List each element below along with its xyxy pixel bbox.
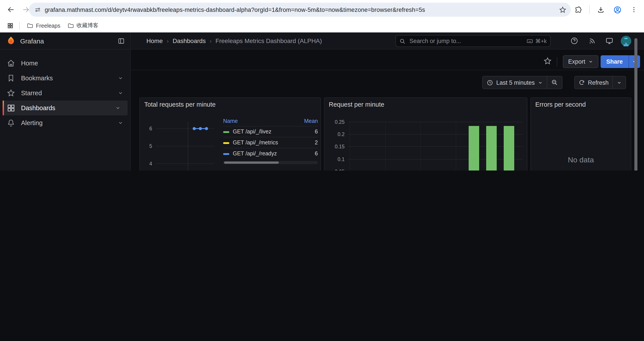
sidebar-item-label: Dashboards [21, 104, 115, 112]
search-icon [400, 38, 406, 44]
panel-title[interactable]: Errors per second [535, 101, 586, 108]
bell-icon [6, 119, 15, 127]
page-scrollbar[interactable] [634, 38, 638, 171]
series-swatch-green[interactable] [223, 131, 229, 133]
share-button-group: Share [600, 55, 640, 68]
sidebar-item-starred[interactable]: Starred [0, 86, 130, 101]
back-icon[interactable] [4, 2, 18, 17]
sidebar-item-label: Bookmarks [21, 75, 118, 82]
zoom-out-button[interactable] [547, 76, 562, 89]
apps-grid-icon[interactable] [4, 20, 16, 31]
sidebar-item-label: Home [21, 60, 130, 67]
legend-col-mean[interactable]: Mean [298, 118, 318, 124]
download-icon[interactable] [593, 2, 608, 17]
chevron-down-icon [538, 80, 543, 85]
breadcrumb-chevron-icon: › [167, 38, 169, 44]
svg-text:0.1: 0.1 [338, 156, 344, 162]
series-swatch-blue[interactable] [223, 153, 229, 155]
user-avatar[interactable] [621, 36, 631, 46]
sidebar-item-dashboards[interactable]: Dashboards [3, 101, 128, 115]
refresh-icon [579, 80, 585, 86]
breadcrumb-home[interactable]: Home [146, 37, 163, 44]
app-header: Grafana Home › Dashboards › Freeleaps Me… [0, 33, 644, 50]
panel-total-requests[interactable]: Total requests per minute 6 5 4 3 2 17:4… [140, 97, 321, 171]
chevron-down-icon[interactable] [118, 90, 123, 96]
legend-row[interactable]: GET /api/_/readyz 6 [223, 148, 318, 159]
bookmark-icon [6, 74, 15, 83]
folder-icon [67, 22, 74, 29]
bookmarks-bar: Freeleaps 收藏博客 [0, 19, 644, 33]
bar-2xx[interactable] [504, 126, 514, 171]
legend-table: Name Mean GET /api/_/livez 6 GET /api/_/… [223, 116, 318, 164]
profile-icon[interactable] [610, 2, 625, 17]
time-range-picker[interactable]: Last 5 minutes [483, 76, 547, 89]
chevron-down-icon[interactable] [115, 105, 120, 111]
time-controls-row: Last 5 minutes Refresh [131, 76, 644, 92]
request-per-minute-chart: 0.25 0.2 0.15 0.1 0.05 0 17:37:00 17:38:… [324, 98, 528, 171]
svg-text:5: 5 [149, 143, 152, 149]
svg-text:4: 4 [149, 161, 152, 167]
brand-label: Grafana [20, 37, 44, 45]
refresh-button[interactable]: Refresh [575, 76, 613, 89]
svg-text:0.25: 0.25 [335, 119, 344, 125]
legend-row[interactable]: GET /api/_/metrics 2 [223, 137, 318, 148]
keyboard-icon [526, 38, 533, 44]
bookmark-folder-blogs[interactable]: 收藏博客 [64, 21, 102, 31]
sidebar-item-label: Alerting [21, 119, 118, 126]
bookmark-label: Freeleaps [36, 23, 60, 29]
search-shortcut: ⌘+k [526, 38, 547, 44]
bookmarks-separator [19, 22, 20, 30]
toolbar-actions [571, 0, 641, 19]
home-icon [6, 59, 15, 68]
chevron-down-icon[interactable] [118, 76, 123, 81]
extensions-icon[interactable] [571, 2, 586, 17]
search-input[interactable] [408, 37, 524, 45]
bar-2xx[interactable] [469, 126, 479, 171]
series-swatch-yellow[interactable] [223, 142, 229, 144]
bookmark-star-icon[interactable] [559, 6, 566, 14]
dashboards-grid-icon [6, 104, 15, 112]
sidebar-item-label: Starred [21, 90, 118, 97]
svg-text:6: 6 [149, 126, 152, 131]
news-rss-icon[interactable] [586, 36, 597, 46]
legend-col-name[interactable]: Name [223, 118, 298, 124]
favorite-star-icon[interactable] [543, 57, 554, 67]
sidebar-toggle-icon[interactable] [118, 37, 125, 45]
folder-icon [27, 22, 33, 29]
menu-kebab-icon[interactable] [626, 2, 641, 17]
sidebar-item-alerting[interactable]: Alerting [0, 115, 130, 130]
svg-text:0.15: 0.15 [335, 144, 344, 149]
share-button[interactable]: Share [600, 55, 628, 68]
bookmark-folder-freeleaps[interactable]: Freeleaps [23, 21, 64, 31]
url-bar[interactable]: grafana.mathmast.com/d/deytv4rwavabkb/fr… [29, 3, 571, 17]
panel-errors-per-second[interactable]: Errors per second No data [530, 97, 631, 171]
bookmark-label: 收藏博客 [76, 22, 98, 30]
grafana-logo[interactable] [6, 36, 16, 46]
sidebar: Home Bookmarks Starred Dashboards Alerti… [0, 50, 131, 171]
monitor-icon[interactable] [604, 36, 615, 46]
app-header-brand-zone: Grafana [0, 33, 131, 49]
search-box[interactable]: ⌘+k [396, 35, 550, 47]
time-range-group: Last 5 minutes [482, 76, 562, 89]
chevron-down-icon [617, 80, 622, 85]
export-button[interactable]: Export [563, 55, 598, 68]
refresh-interval-button[interactable] [613, 76, 626, 89]
controls-divider [557, 57, 557, 67]
dashboard-main: Export Share Last 5 minutes [131, 50, 644, 171]
breadcrumb-dashboards[interactable]: Dashboards [172, 37, 206, 44]
chevron-down-icon[interactable] [118, 120, 123, 126]
clock-icon [486, 79, 493, 86]
toolbar-separator [589, 5, 590, 14]
panel-request-per-minute[interactable]: Request per minute 0.25 0.2 0.15 0.1 0.0… [324, 97, 528, 171]
legend-row[interactable]: GET /api/_/livez 6 [223, 126, 318, 137]
legend-scrollbar[interactable] [223, 161, 318, 164]
sidebar-item-home[interactable]: Home [0, 56, 130, 71]
sidebar-item-bookmarks[interactable]: Bookmarks [0, 71, 130, 86]
bar-2xx[interactable] [486, 126, 497, 171]
screen: grafana.mathmast.com/d/deytv4rwavabkb/fr… [0, 0, 644, 171]
zoom-out-icon [551, 79, 558, 86]
breadcrumb-current: Freeleaps Metrics Dashboard (ALPHA) [216, 37, 322, 44]
grafana-app: Grafana Home › Dashboards › Freeleaps Me… [0, 33, 644, 171]
help-icon[interactable] [569, 36, 580, 46]
site-info-icon[interactable] [34, 6, 41, 13]
